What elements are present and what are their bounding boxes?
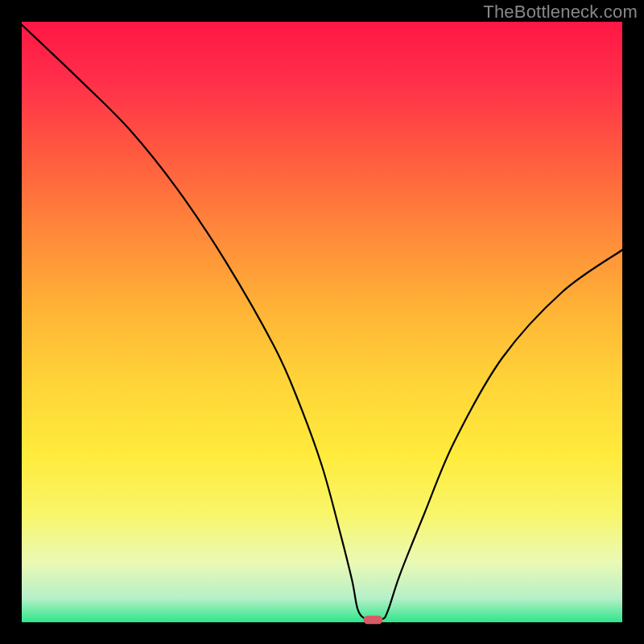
optimum-marker xyxy=(363,616,382,624)
bottleneck-chart xyxy=(0,0,644,644)
watermark-text: TheBottleneck.com xyxy=(483,2,638,23)
chart-frame: TheBottleneck.com xyxy=(0,0,644,644)
